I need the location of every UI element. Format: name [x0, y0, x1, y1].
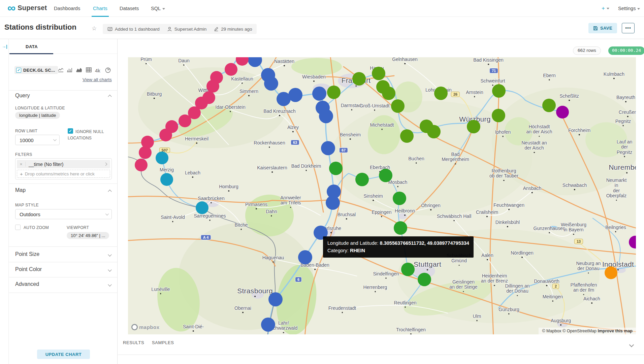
save-button[interactable]: SAVE [588, 23, 617, 33]
data-point-pink[interactable] [179, 114, 191, 127]
nav-sql[interactable]: SQL [151, 0, 165, 17]
data-point-light-green[interactable] [327, 86, 341, 99]
data-point-light-green[interactable] [352, 72, 366, 86]
point-color-section[interactable]: Point Color [15, 266, 42, 272]
superset-logo[interactable]: ∞ Superset [7, 3, 47, 13]
data-point-pink[interactable] [139, 146, 152, 159]
chevron-down-icon[interactable] [108, 253, 111, 256]
data-point-light-green[interactable] [382, 87, 395, 100]
viz-type-pill[interactable]: ✓ DECK.GL SC... [14, 66, 58, 74]
attr-osm-link[interactable]: © OpenStreetMap [562, 329, 597, 333]
dashboards-attached[interactable]: Added to 1 dashboard [107, 27, 160, 32]
data-point-blue[interactable] [268, 292, 283, 306]
more-options-button[interactable]: ••• [622, 23, 635, 33]
data-point-pink[interactable] [206, 80, 219, 93]
ignore-null-checkbox[interactable]: ✓ [68, 128, 73, 134]
query-timer-badge: 00:00:00.24 [608, 46, 644, 55]
mapbox-logo[interactable]: mapbox [131, 324, 160, 330]
data-point-light-green[interactable] [372, 67, 385, 80]
data-point-cyan[interactable] [196, 201, 208, 214]
data-point-blue[interactable] [319, 109, 333, 123]
expand-panel-icon[interactable]: →| [2, 44, 7, 49]
results-bar: RESULTS SAMPLES [118, 334, 644, 355]
update-chart-button[interactable]: UPDATE CHART [37, 350, 90, 359]
line-chart-icon[interactable] [58, 67, 64, 74]
data-point-pink[interactable] [159, 129, 172, 141]
new-item-button[interactable]: + [602, 0, 609, 17]
pie-chart-icon[interactable] [105, 67, 111, 74]
data-point-orange[interactable] [605, 266, 617, 279]
filter-drop-zone[interactable]: + Drop columns/metrics here or click [17, 170, 110, 178]
nav-dashboards[interactable]: Dashboards [54, 0, 80, 17]
data-point-blue[interactable] [312, 87, 326, 101]
data-point-green[interactable] [329, 162, 343, 175]
row-count-badge: 662 rows [573, 46, 601, 55]
chevron-up-icon[interactable] [108, 95, 111, 98]
data-point-green[interactable] [379, 169, 392, 182]
nav-datasets[interactable]: Datasets [120, 0, 139, 17]
data-point-pink[interactable] [225, 63, 237, 76]
filter-drop-label: Drop columns/metrics here or click [25, 171, 95, 176]
remove-filter-icon[interactable]: × [17, 162, 26, 167]
top-nav: ∞ Superset Dashboards Charts Datasets SQ… [0, 0, 644, 17]
viz-4k-label[interactable]: 4k [95, 68, 100, 73]
query-section-title[interactable]: Query [15, 93, 30, 99]
attr-improve-link[interactable]: Improve this map [598, 329, 633, 333]
chevron-up-icon[interactable] [108, 190, 111, 193]
data-point-purple[interactable] [556, 106, 569, 119]
row-limit-select[interactable]: 10000 [15, 135, 60, 145]
chevron-down-icon [637, 8, 640, 10]
advanced-section[interactable]: Advanced [15, 281, 39, 287]
data-point-blue[interactable] [298, 250, 312, 264]
point-size-section[interactable]: Point Size [15, 251, 39, 257]
data-point-blue[interactable] [314, 226, 328, 240]
data-point-blue[interactable] [321, 141, 335, 155]
tab-samples[interactable]: SAMPLES [152, 340, 174, 345]
tab-results[interactable]: RESULTS [123, 340, 144, 345]
data-point-cyan[interactable] [156, 152, 168, 164]
nav-charts[interactable]: Charts [93, 0, 107, 17]
data-point-light-green[interactable] [434, 87, 448, 100]
view-all-charts-link[interactable]: View all charts [83, 77, 112, 82]
data-point-light-green[interactable] [542, 99, 556, 112]
viewport-value-pill[interactable]: 10° 24' 49.86" | ... [67, 232, 109, 239]
data-point-light-green[interactable] [400, 129, 414, 143]
chevron-down-icon[interactable] [108, 283, 111, 286]
data-point-light-green[interactable] [492, 84, 506, 98]
data-point-green[interactable] [355, 173, 369, 186]
data-point-light-green[interactable] [427, 125, 441, 138]
lonlat-value-pill[interactable]: longitude | latitude [15, 112, 60, 119]
chevron-down-icon[interactable] [108, 268, 111, 271]
chart-owner[interactable]: Superset Admin [167, 27, 206, 32]
collapse-results-icon[interactable] [629, 342, 634, 347]
map-style-select[interactable]: Outdoors [15, 209, 112, 219]
data-point-blue[interactable] [264, 76, 278, 91]
infinity-logo-icon: ∞ [7, 3, 15, 13]
data-point-light-green[interactable] [492, 109, 505, 122]
filter-pill[interactable]: × __time (No filter) [17, 160, 110, 168]
attr-mapbox-link[interactable]: © Mapbox [542, 329, 561, 333]
bar-chart-icon[interactable] [67, 67, 72, 74]
data-point-blue[interactable] [261, 318, 275, 332]
data-point-green[interactable] [401, 263, 415, 276]
data-point-light-green[interactable] [391, 99, 405, 113]
area-chart-icon[interactable] [76, 67, 82, 74]
tab-data[interactable]: DATA [26, 44, 38, 49]
data-point-green[interactable] [393, 192, 406, 205]
map-section-title[interactable]: Map [15, 187, 26, 193]
data-point-blue[interactable] [288, 88, 302, 102]
table-icon[interactable] [86, 67, 92, 74]
data-point-green[interactable] [418, 273, 431, 286]
last-modified[interactable]: 29 minutes ago [214, 27, 252, 32]
data-point-pink[interactable] [135, 159, 148, 171]
data-point-blue[interactable] [326, 196, 340, 210]
divider [9, 246, 118, 247]
favorite-star-icon[interactable]: ☆ [92, 25, 97, 32]
map-canvas[interactable]: PrümDaunNastättenGelnhausenBad Kissingen… [128, 57, 636, 334]
settings-menu[interactable]: Settings [618, 0, 640, 17]
data-point-light-green[interactable] [467, 120, 480, 133]
divider [9, 90, 118, 91]
auto-zoom-checkbox[interactable] [15, 225, 21, 230]
data-point-cyan[interactable] [160, 173, 173, 186]
data-point-green[interactable] [394, 221, 407, 235]
